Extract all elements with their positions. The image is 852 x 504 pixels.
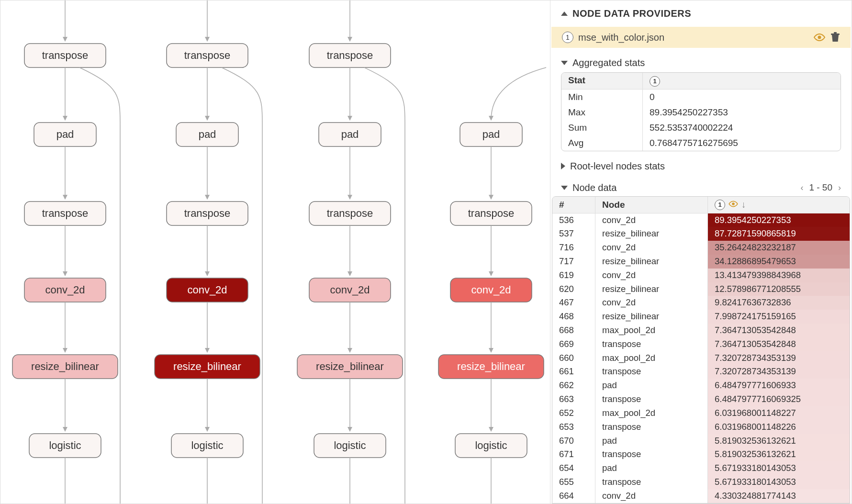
graph-node-logistic[interactable]: logistic xyxy=(455,434,527,458)
nodedata-header-value[interactable]: 1 ↓ xyxy=(708,197,850,213)
table-row[interactable]: 661 transpose 7.320728734353139 xyxy=(552,365,850,379)
table-row[interactable]: 660 max_pool_2d 7.320728734353139 xyxy=(552,351,850,365)
row-node: max_pool_2d xyxy=(595,351,708,365)
table-row[interactable]: 664 conv_2d 4.330324881774143 xyxy=(552,489,850,503)
stats-header-stat: Stat xyxy=(561,73,643,89)
table-row[interactable]: 665 resize_bilinear 4.330324881774143 xyxy=(552,503,850,504)
table-row[interactable]: 671 transpose 5.819032536132621 xyxy=(552,448,850,461)
page-prev-button[interactable]: ‹ xyxy=(800,183,803,193)
root-stats-title: Root-level nodes stats xyxy=(570,161,665,172)
row-index: 662 xyxy=(552,379,595,392)
table-row[interactable]: 662 pad 6.484797771606933 xyxy=(552,379,850,392)
table-row[interactable]: 668 max_pool_2d 7.364713053542848 xyxy=(552,324,850,337)
row-value: 6.031968001148227 xyxy=(708,406,850,420)
row-node: transpose xyxy=(595,475,708,489)
table-row[interactable]: 653 transpose 6.031968001148226 xyxy=(552,420,850,434)
graph-node-logistic[interactable]: logistic xyxy=(171,434,243,458)
table-row[interactable]: 620 resize_bilinear 12.578986771208555 xyxy=(552,282,850,296)
provider-filename: mse_with_color.json xyxy=(578,32,808,43)
row-index: 664 xyxy=(552,489,595,503)
table-row[interactable]: 669 transpose 7.364713053542848 xyxy=(552,337,850,351)
row-node: transpose xyxy=(595,420,708,434)
table-row[interactable]: 467 conv_2d 9.82417636732836 xyxy=(552,296,850,310)
row-index: 668 xyxy=(552,324,595,337)
row-value: 5.671933180143053 xyxy=(708,475,850,489)
row-node: conv_2d xyxy=(595,241,708,255)
nodedata-header-index[interactable]: # xyxy=(552,197,595,213)
table-row[interactable]: 654 pad 5.671933180143053 xyxy=(552,461,850,475)
stat-label: Max xyxy=(561,105,643,120)
trash-icon[interactable] xyxy=(830,32,840,43)
page-next-button[interactable]: › xyxy=(838,183,841,193)
eye-icon xyxy=(728,200,739,210)
graph-node-pad[interactable]: pad xyxy=(460,123,522,146)
node-data-toggle[interactable]: Node data xyxy=(561,182,617,193)
row-index: 669 xyxy=(552,337,595,351)
graph-node-transpose[interactable]: transpose xyxy=(167,202,248,225)
row-node: pad xyxy=(595,434,708,448)
sort-descending-icon: ↓ xyxy=(741,200,746,210)
graph-node-resize_bilinear[interactable]: resize_bilinear xyxy=(438,355,544,379)
svg-rect-47 xyxy=(831,34,840,35)
graph-node-conv_2d[interactable]: conv_2d xyxy=(450,278,532,302)
stat-label: Min xyxy=(561,90,643,105)
svg-text:transpose: transpose xyxy=(42,207,89,219)
row-node: transpose xyxy=(595,392,708,406)
chevron-up-icon xyxy=(561,11,568,16)
table-row[interactable]: 537 resize_bilinear 87.72871590865819 xyxy=(552,227,850,241)
svg-text:logistic: logistic xyxy=(475,439,507,451)
table-row[interactable]: 468 resize_bilinear 7.998724175159165 xyxy=(552,310,850,324)
table-row[interactable]: 670 pad 5.819032536132621 xyxy=(552,434,850,448)
row-value: 7.320728734353139 xyxy=(708,351,850,365)
row-value: 5.819032536132621 xyxy=(708,448,850,461)
eye-icon[interactable] xyxy=(813,33,826,42)
row-node: conv_2d xyxy=(595,213,708,227)
chevron-right-icon xyxy=(561,163,565,169)
aggregated-stats-toggle[interactable]: Aggregated stats xyxy=(561,57,841,68)
row-index: 619 xyxy=(552,269,595,282)
svg-text:transpose: transpose xyxy=(327,207,373,219)
svg-text:resize_bilinear: resize_bilinear xyxy=(31,360,99,372)
graph-node-resize_bilinear[interactable]: resize_bilinear xyxy=(297,355,403,379)
table-row[interactable]: 717 resize_bilinear 34.12886895479653 xyxy=(552,255,850,269)
stat-label: Avg xyxy=(561,135,643,151)
graph-node-logistic[interactable]: logistic xyxy=(29,434,101,458)
table-row[interactable]: 716 conv_2d 35.26424823232187 xyxy=(552,241,850,255)
row-value: 34.12886895479653 xyxy=(708,255,850,269)
graph-node-resize_bilinear[interactable]: resize_bilinear xyxy=(155,355,260,379)
graph-node-transpose[interactable]: transpose xyxy=(450,202,532,225)
graph-node-pad[interactable]: pad xyxy=(319,123,381,146)
graph-node-transpose[interactable]: transpose xyxy=(309,202,391,225)
graph-node-conv_2d[interactable]: conv_2d xyxy=(309,278,391,302)
graph-node-logistic[interactable]: logistic xyxy=(314,434,386,458)
table-row[interactable]: 619 conv_2d 13.413479398843968 xyxy=(552,269,850,282)
table-row[interactable]: 536 conv_2d 89.3954250227353 xyxy=(552,213,850,227)
page-range: 1 - 50 xyxy=(809,182,832,193)
graph-node-pad[interactable]: pad xyxy=(34,123,96,146)
graph-node-transpose[interactable]: transpose xyxy=(309,44,391,67)
panel-header[interactable]: NODE DATA PROVIDERS xyxy=(550,0,852,27)
row-index: 670 xyxy=(552,434,595,448)
svg-text:transpose: transpose xyxy=(327,49,373,61)
graph-node-transpose[interactable]: transpose xyxy=(167,44,248,67)
row-value: 7.364713053542848 xyxy=(708,337,850,351)
row-value: 87.72871590865819 xyxy=(708,227,850,241)
graph-node-conv_2d[interactable]: conv_2d xyxy=(24,278,106,302)
graph-node-conv_2d[interactable]: conv_2d xyxy=(167,278,248,302)
graph-node-transpose[interactable]: transpose xyxy=(24,202,106,225)
graph-node-resize_bilinear[interactable]: resize_bilinear xyxy=(12,355,118,379)
row-node: conv_2d xyxy=(595,489,708,503)
svg-rect-48 xyxy=(834,32,837,34)
provider-row[interactable]: 1 mse_with_color.json xyxy=(551,27,851,48)
row-value: 12.578986771208555 xyxy=(708,282,850,296)
graph-node-transpose[interactable]: transpose xyxy=(24,44,106,67)
table-row[interactable]: 652 max_pool_2d 6.031968001148227 xyxy=(552,406,850,420)
nodedata-header-node[interactable]: Node xyxy=(595,197,708,213)
svg-text:logistic: logistic xyxy=(49,439,81,451)
table-row[interactable]: 655 transpose 5.671933180143053 xyxy=(552,475,850,489)
node-data-table: # Node 1 ↓ 536 conv_2d 89.3954250227353 … xyxy=(552,196,850,504)
graph-node-pad[interactable]: pad xyxy=(176,123,238,146)
svg-text:transpose: transpose xyxy=(184,207,231,219)
root-nodes-stats-toggle[interactable]: Root-level nodes stats xyxy=(561,161,841,172)
table-row[interactable]: 663 transpose 6.4847977716069325 xyxy=(552,392,850,406)
